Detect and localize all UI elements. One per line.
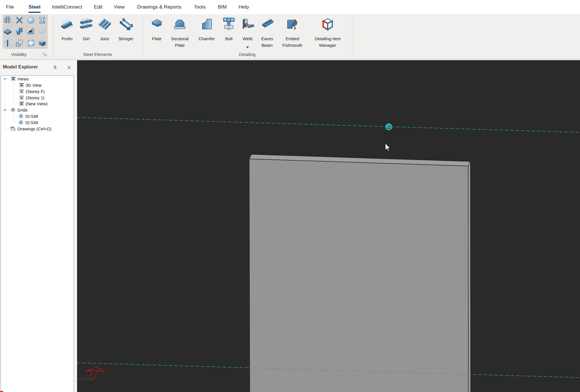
detailing-item-manager-icon [321,15,334,33]
tree-item-grids[interactable]: Grids [11,107,28,113]
panel-title: Model Explorer [3,64,38,70]
drawings-icon [11,127,15,131]
viewport-scene [77,60,580,392]
delete-cross-icon [16,17,23,24]
steel-plate-slab[interactable] [249,154,471,392]
purlin-icon [60,15,74,33]
girt-icon [79,15,93,33]
tree-item-new-view[interactable]: (New View) [19,100,47,107]
girt-button[interactable]: Girt [78,15,95,42]
weld-icon [240,15,255,33]
visibility-selection-button[interactable] [15,38,24,48]
group-separator [143,16,143,57]
joist-icon [97,15,112,33]
selection-region-icon [15,39,23,47]
sectional-plate-icon [173,15,186,33]
tree-item-drawings[interactable]: Drawings (Ctrl+D) [11,126,52,132]
view-window-blue-icon [19,102,24,106]
sphere-icon [27,17,35,24]
view-window-blue-icon [11,77,15,81]
visibility-window-button[interactable] [26,38,36,48]
active-tab-underline [29,12,41,13]
grid-axes-icon [11,108,15,112]
visibility-cube-button[interactable] [37,38,47,48]
bolt-button[interactable]: Bolt [221,15,237,42]
axes-star-icon [4,39,12,47]
chamfer-button[interactable]: Chamfer [196,15,218,42]
group-label-visibility: Visibility [4,52,34,57]
viewport-3d[interactable] [77,60,580,392]
group-label-detailing: Detailing [230,52,264,57]
sectional-plate-button[interactable]: Sectional Plate [168,15,192,49]
close-panel-button[interactable] [67,65,72,70]
embed-fishmouth-button[interactable]: Embed Fishmouth [278,15,306,49]
detailing-item-manager-button[interactable]: Detailing Item Manager [311,15,345,49]
group-separator [53,16,54,57]
stringer-button[interactable]: Stringer [116,15,136,42]
tree-item-views[interactable]: Views [11,76,29,82]
visibility-plate-button[interactable] [3,27,13,37]
visibility-angle-button[interactable] [26,27,36,37]
chamfer-icon [200,15,213,33]
angle-icon [27,28,35,36]
menu-bim[interactable]: BIM [218,0,227,14]
tree-item-id-538[interactable]: ID:538 [19,113,38,119]
model-explorer-panel: Model Explorer [0,60,77,392]
tree-item-storey-1[interactable]: (Storey 1) [19,94,45,101]
menu-view[interactable]: View [114,0,124,14]
tree-item-id-539[interactable]: ID:539 [19,119,38,126]
visibility-connection-button[interactable] [15,27,24,37]
pin-button[interactable] [53,65,58,70]
view-window-gray-icon [19,96,24,100]
visibility-beam-section-button[interactable] [37,15,47,25]
model-tree: Views 3D View [1,75,74,392]
stringer-icon [119,15,133,33]
grid-axes-icon [4,17,11,24]
visibility-delete-button[interactable] [15,15,24,25]
visibility-channel-button[interactable] [37,27,47,37]
visibility-grid-axes-button[interactable] [3,15,13,25]
bolt-icon [222,15,235,33]
ribbon: Visibility [0,14,580,59]
beam-section-icon [39,17,46,24]
weld-button[interactable]: Weld [239,15,255,48]
weld-dropdown-arrow[interactable] [246,47,249,48]
eaves-beam-icon [260,15,274,33]
group-label-steel-elements: Steel Elements [75,52,120,57]
visibility-sphere-button[interactable] [26,15,36,25]
view-window-blue-icon [19,83,24,87]
visibility-dialog-launcher[interactable] [42,52,47,57]
channel-faded-icon [38,28,46,36]
plate-icon [4,28,12,35]
menu-intelliconnect[interactable]: IntelliConnect [52,0,82,14]
tree-item-storey-f[interactable]: (Storey F) [19,88,45,94]
application-window: File Steel IntelliConnect Edit View Draw… [0,0,580,392]
menu-tools[interactable]: Tools [194,0,206,14]
menu-edit[interactable]: Edit [94,0,102,14]
menu-file[interactable]: File [6,0,14,14]
connection-icon [15,28,23,36]
group-separator [352,16,352,57]
purlin-button[interactable]: Purlin [58,15,76,42]
cube-icon [38,39,46,47]
window-panes-icon [27,39,35,47]
grid-axes-icon [19,120,23,125]
visibility-axes-button[interactable] [3,38,13,48]
joist-button[interactable]: Joist [96,15,113,42]
menu-bar: File Steel IntelliConnect Edit View Draw… [0,0,580,14]
notification-corner [0,391,3,392]
view-window-gray-icon [19,89,24,94]
plate-button[interactable]: Plate [148,15,165,42]
plate-detail-icon [150,15,163,33]
menu-drawings-reports[interactable]: Drawings & Reports [137,0,182,14]
eaves-beam-button[interactable]: Eaves Beam [258,15,276,49]
menu-help[interactable]: Help [239,0,249,14]
tree-item-3d-view[interactable]: 3D View [19,82,42,88]
grid-axes-icon [19,114,23,118]
embed-fishmouth-icon [286,15,299,33]
visibility-icon-panel [3,15,48,49]
